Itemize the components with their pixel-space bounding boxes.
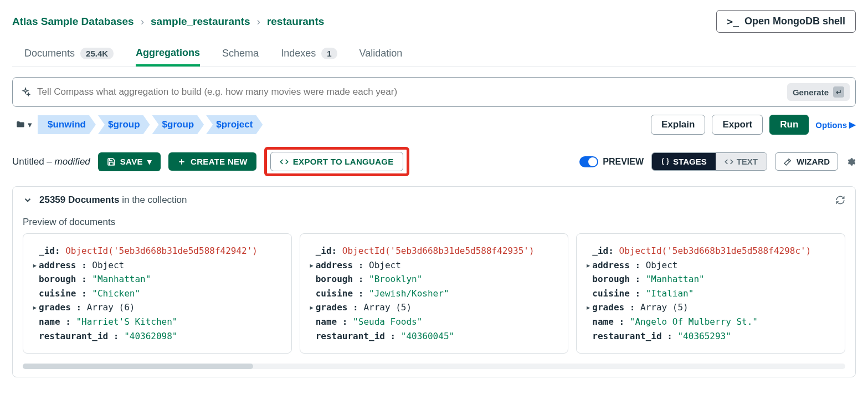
export-button[interactable]: Export xyxy=(712,115,763,135)
wizard-label: WIZARD xyxy=(797,157,830,166)
folder-icon xyxy=(16,120,25,130)
document-card: _id: ObjectId('5eb3d668b31de5d588f4298c'… xyxy=(576,233,845,354)
field-value: "Italian" xyxy=(646,288,694,299)
field-value: "Chicken" xyxy=(92,288,140,299)
tab-aggregations[interactable]: Aggregations xyxy=(136,47,200,66)
field-key: name xyxy=(316,316,337,327)
caret-down-icon: ▾ xyxy=(28,120,32,130)
field-value: "40362098" xyxy=(124,331,177,341)
field-key: cuisine xyxy=(592,288,629,299)
sparkle-icon xyxy=(20,87,30,97)
gear-icon[interactable] xyxy=(846,157,856,167)
field-key: borough xyxy=(39,274,76,284)
export-to-language-button[interactable]: EXPORT TO LANGUAGE xyxy=(270,152,403,171)
modified-label: modified xyxy=(55,156,90,167)
breadcrumb-collection[interactable]: restaurants xyxy=(267,16,325,28)
expand-icon[interactable]: ▸ xyxy=(309,300,316,315)
field-value: "Brooklyn" xyxy=(369,274,422,284)
run-button[interactable]: Run xyxy=(769,115,809,135)
save-label: SAVE xyxy=(120,157,143,166)
save-button[interactable]: SAVE ▾ xyxy=(98,152,161,171)
field-key: grades xyxy=(316,302,348,313)
field-key: address xyxy=(39,260,76,270)
field-key: address xyxy=(592,260,629,270)
tab-documents[interactable]: Documents 25.4K xyxy=(24,48,114,66)
objectid-prefix: ObjectId( xyxy=(65,245,114,256)
objectid-value: '5eb3d668b31de5d588f42942' xyxy=(114,245,252,256)
tab-indexes-label: Indexes xyxy=(281,48,316,59)
field-value: "40365293" xyxy=(677,331,731,341)
pipeline-name-label: Untitled – modified xyxy=(12,156,90,167)
ai-prompt-bar: Generate ↵ xyxy=(12,77,856,107)
field-key: address xyxy=(316,260,353,270)
field-key: _id xyxy=(39,245,55,256)
enter-key-icon: ↵ xyxy=(833,86,844,98)
field-value: Object xyxy=(369,260,401,270)
tab-validation[interactable]: Validation xyxy=(359,48,403,66)
caret-right-icon: ▶ xyxy=(849,120,856,130)
wizard-button[interactable]: WIZARD xyxy=(775,152,838,171)
preview-documents-label: Preview of documents xyxy=(13,213,855,233)
field-key: name xyxy=(39,316,60,327)
breadcrumb-root[interactable]: Atlas Sample Databases xyxy=(12,16,134,28)
horizontal-scrollbar[interactable] xyxy=(23,364,845,369)
preview-toggle[interactable] xyxy=(579,156,598,167)
chevron-down-icon[interactable] xyxy=(23,195,33,205)
expand-icon[interactable]: ▸ xyxy=(32,300,39,315)
objectid-prefix: ObjectId( xyxy=(342,245,391,256)
refresh-icon[interactable] xyxy=(835,195,845,205)
objectid-suffix: ) xyxy=(806,245,811,256)
view-stages-button[interactable]: STAGES xyxy=(652,153,716,170)
wand-icon xyxy=(783,157,792,166)
generate-button[interactable]: Generate ↵ xyxy=(787,83,850,101)
field-value: Array (5) xyxy=(640,302,689,313)
pipeline-title: Untitled xyxy=(12,156,44,167)
dash: – xyxy=(44,156,55,167)
tab-indexes[interactable]: Indexes 1 xyxy=(281,48,337,66)
field-value: "Manhattan" xyxy=(646,274,705,284)
field-value: Array (6) xyxy=(87,302,135,313)
options-label: Options xyxy=(815,120,847,130)
stage-pill-unwind[interactable]: $unwind xyxy=(38,115,96,134)
code-icon xyxy=(725,157,733,166)
field-value: "Harriet'S Kitchen" xyxy=(76,316,177,327)
objectid-value: '5eb3d668b31de5d588f42935' xyxy=(391,245,529,256)
explain-button[interactable]: Explain xyxy=(651,115,705,135)
stage-pill-project[interactable]: $project xyxy=(206,115,263,134)
expand-icon[interactable]: ▸ xyxy=(32,258,39,273)
objectid-value: '5eb3d668b31de5d588f4298c' xyxy=(667,245,805,256)
save-icon xyxy=(107,157,116,166)
scrollbar-thumb[interactable] xyxy=(23,364,253,369)
export-to-language-label: EXPORT TO LANGUAGE xyxy=(293,157,394,166)
field-value: "40360045" xyxy=(401,331,454,341)
field-key: _id xyxy=(316,245,332,256)
field-key: grades xyxy=(592,302,624,313)
document-count-suffix-text: in the collection xyxy=(122,195,187,205)
expand-icon[interactable]: ▸ xyxy=(585,300,592,315)
options-link[interactable]: Options ▶ xyxy=(815,120,856,130)
expand-icon[interactable]: ▸ xyxy=(309,258,316,273)
create-new-button[interactable]: CREATE NEW xyxy=(168,152,256,171)
indexes-count-badge: 1 xyxy=(321,48,337,59)
preview-label: PREVIEW xyxy=(603,157,644,167)
objectid-prefix: ObjectId( xyxy=(619,245,667,256)
field-value: Object xyxy=(92,260,124,270)
saved-pipelines-button[interactable]: ▾ xyxy=(12,117,35,132)
stage-pill-group[interactable]: $group xyxy=(152,115,204,134)
document-count-label: 25359 Documents xyxy=(39,195,120,205)
stage-pill-group[interactable]: $group xyxy=(98,115,150,134)
documents-count-badge: 25.4K xyxy=(80,48,114,59)
create-new-label: CREATE NEW xyxy=(191,157,248,166)
field-value: "Manhattan" xyxy=(92,274,151,284)
document-card: _id: ObjectId('5eb3d668b31de5d588f42942'… xyxy=(23,233,292,354)
braces-icon xyxy=(661,157,670,166)
view-text-button[interactable]: TEXT xyxy=(716,153,767,170)
expand-icon[interactable]: ▸ xyxy=(585,258,592,273)
ai-prompt-input[interactable] xyxy=(37,86,780,98)
open-mongodb-shell-button[interactable]: >_ Open MongoDB shell xyxy=(716,10,856,33)
open-shell-label: Open MongoDB shell xyxy=(744,16,845,27)
highlight-annotation: EXPORT TO LANGUAGE xyxy=(264,147,409,176)
breadcrumb-db[interactable]: sample_restaurants xyxy=(151,16,250,28)
breadcrumb: Atlas Sample Databases › sample_restaura… xyxy=(12,16,324,28)
tab-schema[interactable]: Schema xyxy=(222,48,259,66)
